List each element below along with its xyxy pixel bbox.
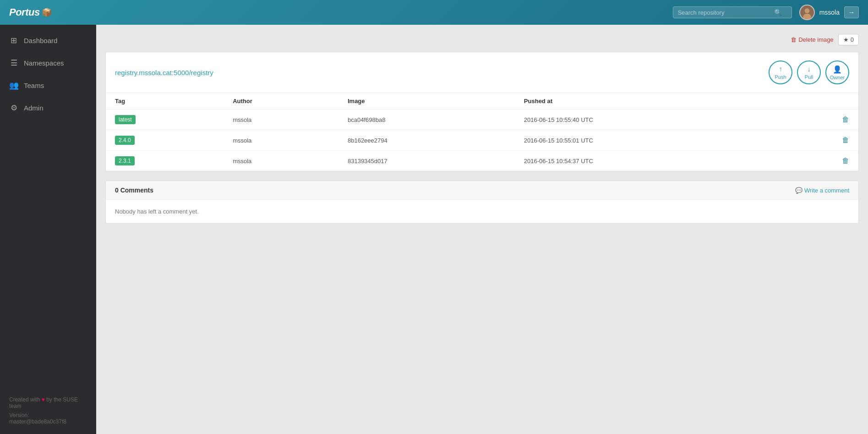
col-pushed-at: Pushed at xyxy=(515,93,781,110)
user-menu: mssola → xyxy=(799,5,859,20)
tags-table-body: latest mssola bca04f698ba8 2016-06-15 10… xyxy=(106,110,858,171)
image-cell: 8b162eee2794 xyxy=(338,130,515,151)
comments-card: 0 Comments 💬 Write a comment Nobody has … xyxy=(105,181,859,224)
row-actions-cell: 🗑 xyxy=(781,110,858,130)
sidebar-item-namespaces[interactable]: ☰ Namespaces xyxy=(0,52,96,74)
delete-image-button[interactable]: 🗑 Delete image xyxy=(791,36,834,43)
push-button[interactable]: ↑ Push xyxy=(769,60,792,84)
col-author: Author xyxy=(224,93,338,110)
tags-header-row: Tag Author Image Pushed at xyxy=(106,93,858,110)
delete-tag-button[interactable]: 🗑 xyxy=(842,115,849,124)
sidebar-item-teams[interactable]: 👥 Teams xyxy=(0,74,96,97)
namespaces-icon: ☰ xyxy=(9,58,18,68)
sidebar-item-label-dashboard: Dashboard xyxy=(24,37,57,44)
tag-cell: 2.4.0 xyxy=(106,130,224,151)
avatar xyxy=(799,5,815,20)
table-row: 2.4.0 mssola 8b162eee2794 2016-06-15 10:… xyxy=(106,130,858,151)
admin-icon: ⚙ xyxy=(9,103,18,113)
write-comment-link[interactable]: 💬 Write a comment xyxy=(795,187,849,194)
pushed-at-cell: 2016-06-15 10:55:40 UTC xyxy=(515,110,781,130)
owner-label: Owner xyxy=(830,75,845,80)
sidebar-item-label-namespaces: Namespaces xyxy=(24,59,64,67)
tag-badge: 2.4.0 xyxy=(115,136,135,145)
image-cell: bca04f698ba8 xyxy=(338,110,515,130)
pushed-at-cell: 2016-06-15 10:54:37 UTC xyxy=(515,151,781,171)
brand-icon: 📦 xyxy=(42,7,52,17)
navbar: Portus 📦 🔍 mssola → xyxy=(0,0,868,25)
sidebar-footer: Created with ♥ by the SUSE team Version:… xyxy=(0,387,96,434)
row-actions-cell: 🗑 xyxy=(781,151,858,171)
search-button[interactable]: 🔍 xyxy=(774,9,782,16)
brand-name: Portus xyxy=(9,6,40,18)
star-icon: ★ xyxy=(843,36,849,43)
sidebar-item-dashboard[interactable]: ⊞ Dashboard xyxy=(0,29,96,52)
repo-header: registry.mssola.cat:5000/registry ↑ Push… xyxy=(106,52,858,93)
repo-title-link[interactable]: registry.mssola.cat:5000/registry xyxy=(115,69,213,77)
row-actions-cell: 🗑 xyxy=(781,130,858,151)
owner-icon: 👤 xyxy=(833,65,842,74)
tags-table-head: Tag Author Image Pushed at xyxy=(106,93,858,110)
svg-point-2 xyxy=(803,14,811,20)
pushed-at-cell: 2016-06-15 10:55:01 UTC xyxy=(515,130,781,151)
footer-version: Version: master@bade8a0c37f8 xyxy=(9,412,87,425)
delete-image-label: Delete image xyxy=(798,36,834,43)
col-actions xyxy=(781,93,858,110)
svg-point-1 xyxy=(804,8,809,13)
author-cell: mssola xyxy=(224,110,338,130)
heart-icon: ♥ xyxy=(42,396,45,403)
comments-body: Nobody has left a comment yet. xyxy=(106,200,858,223)
write-comment-label: Write a comment xyxy=(804,187,849,194)
sidebar-item-label-admin: Admin xyxy=(24,104,44,112)
comments-header: 0 Comments 💬 Write a comment xyxy=(106,181,858,200)
logout-button[interactable]: → xyxy=(844,6,859,18)
push-label: Push xyxy=(775,74,786,80)
tag-badge: latest xyxy=(115,115,136,124)
logout-icon: → xyxy=(848,9,855,16)
table-row: latest mssola bca04f698ba8 2016-06-15 10… xyxy=(106,110,858,130)
tag-cell: 2.3.1 xyxy=(106,151,224,171)
sidebar-item-label-teams: Teams xyxy=(24,82,44,89)
sidebar-item-admin[interactable]: ⚙ Admin xyxy=(0,97,96,119)
comments-count: 0 Comments xyxy=(115,187,153,194)
col-tag: Tag xyxy=(106,93,224,110)
comment-icon: 💬 xyxy=(795,187,802,194)
teams-icon: 👥 xyxy=(9,81,18,90)
image-cell: 83139345d017 xyxy=(338,151,515,171)
username-label: mssola xyxy=(819,9,840,16)
pull-icon: ↓ xyxy=(807,65,811,73)
search-bar[interactable]: 🔍 xyxy=(673,6,792,18)
pull-label: Pull xyxy=(805,74,813,80)
push-icon: ↑ xyxy=(779,65,782,73)
delete-tag-button[interactable]: 🗑 xyxy=(842,136,849,144)
owner-button[interactable]: 👤 Owner xyxy=(825,60,849,84)
col-image: Image xyxy=(338,93,515,110)
action-bar: 🗑 Delete image ★ 0 xyxy=(105,34,859,45)
brand-logo: Portus 📦 xyxy=(9,6,673,18)
search-input[interactable] xyxy=(678,9,774,16)
sidebar: ⊞ Dashboard ☰ Namespaces 👥 Teams ⚙ Admin… xyxy=(0,25,96,434)
tags-table: Tag Author Image Pushed at latest mssola… xyxy=(106,93,858,171)
main-layout: ⊞ Dashboard ☰ Namespaces 👥 Teams ⚙ Admin… xyxy=(0,25,868,434)
delete-image-icon: 🗑 xyxy=(791,36,797,43)
dashboard-icon: ⊞ xyxy=(9,36,18,45)
repo-card: registry.mssola.cat:5000/registry ↑ Push… xyxy=(105,52,859,171)
star-count: 0 xyxy=(851,36,854,43)
table-row: 2.3.1 mssola 83139345d017 2016-06-15 10:… xyxy=(106,151,858,171)
author-cell: mssola xyxy=(224,130,338,151)
tag-cell: latest xyxy=(106,110,224,130)
tag-badge: 2.3.1 xyxy=(115,156,135,165)
author-cell: mssola xyxy=(224,151,338,171)
content-area: 🗑 Delete image ★ 0 registry.mssola.cat:5… xyxy=(96,25,868,434)
repo-actions: ↑ Push ↓ Pull 👤 Owner xyxy=(769,60,849,84)
pull-button[interactable]: ↓ Pull xyxy=(797,60,821,84)
footer-created: Created with ♥ by the SUSE team xyxy=(9,396,87,409)
no-comments-text: Nobody has left a comment yet. xyxy=(115,208,199,215)
star-button[interactable]: ★ 0 xyxy=(838,34,859,45)
delete-tag-button[interactable]: 🗑 xyxy=(842,157,849,165)
